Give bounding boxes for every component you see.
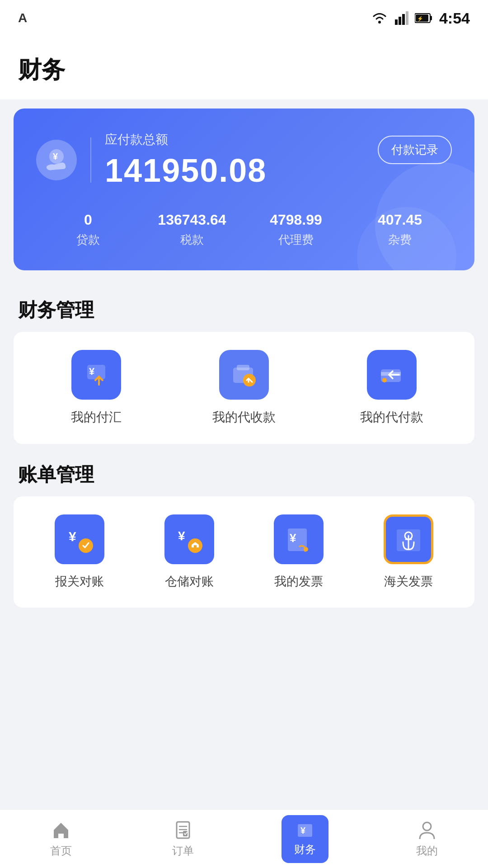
wifi-icon [371, 11, 389, 25]
warehouse-reconciliation-item[interactable]: ¥ 仓储对账 [137, 514, 242, 590]
warehouse-recon-svg: ¥ [174, 525, 204, 554]
my-collection-icon [219, 350, 269, 400]
warehouse-reconciliation-label: 仓储对账 [165, 573, 214, 590]
svg-text:¥: ¥ [300, 826, 306, 835]
home-icon [51, 820, 71, 840]
bottom-nav: 首页 订单 ¥ 财务 我的 [0, 809, 488, 868]
svg-text:¥: ¥ [290, 531, 296, 545]
svg-rect-3 [402, 14, 405, 25]
svg-text:¥: ¥ [53, 151, 58, 161]
my-invoice-label: 我的发票 [274, 573, 323, 590]
customs-recon-svg: ¥ [65, 525, 94, 554]
my-payment-label: 我的代付款 [360, 409, 423, 426]
payment-record-button[interactable]: 付款记录 [378, 136, 452, 164]
battery-icon: ⚡ [415, 13, 433, 24]
money-hand-icon: ¥ [43, 146, 70, 174]
stat-tax: 136743.64 税款 [140, 212, 244, 248]
stat-loans-value: 0 [36, 212, 140, 228]
stat-misc: 407.45 杂费 [348, 212, 452, 248]
stat-loans-label: 贷款 [36, 232, 140, 248]
card-divider [90, 137, 91, 183]
nav-home-label: 首页 [50, 844, 72, 858]
finance-management-panel: ¥ 我的付汇 我的代收款 [14, 332, 474, 444]
status-bar: A ⚡ 4:54 [0, 0, 488, 36]
warehouse-reconciliation-icon: ¥ [164, 514, 214, 564]
finance-card-section: ¥ 应付款总额 141950.08 付款记录 0 贷款 136743.64 税款 [0, 99, 488, 279]
remittance-svg: ¥ [83, 361, 110, 388]
card-stats: 0 贷款 136743.64 税款 4798.99 代理费 407.45 杂费 [36, 212, 452, 248]
finance-icon: ¥ [296, 821, 314, 840]
bill-management-panel: ¥ 报关对账 ¥ 仓储对账 ¥ [14, 496, 474, 608]
svg-rect-37 [183, 831, 188, 836]
nav-order-label: 订单 [172, 844, 194, 858]
nav-my[interactable]: 我的 [366, 810, 488, 868]
my-payment-icon [367, 350, 417, 400]
finance-management-title: 财务管理 [18, 297, 470, 323]
app-icon: A [18, 11, 27, 25]
nav-my-label: 我的 [416, 844, 438, 858]
customs-invoice-svg [395, 526, 422, 553]
my-invoice-icon: ¥ [274, 514, 324, 564]
card-left: ¥ 应付款总额 141950.08 [36, 131, 267, 189]
svg-text:⚡: ⚡ [417, 15, 423, 22]
my-collection-label: 我的代收款 [212, 409, 276, 426]
svg-rect-1 [395, 19, 398, 25]
finance-management-header: 财务管理 [0, 279, 488, 332]
nav-home[interactable]: 首页 [0, 810, 122, 868]
svg-point-19 [382, 378, 387, 382]
my-payment-item[interactable]: 我的代付款 [322, 350, 461, 426]
svg-text:¥: ¥ [69, 529, 76, 544]
invoice-svg: ¥ [284, 525, 314, 554]
svg-point-40 [423, 822, 431, 830]
collection-svg [230, 361, 258, 388]
page-header: 财务 [0, 36, 488, 99]
customs-invoice-item[interactable]: 海关发票 [356, 514, 461, 590]
nav-finance-active-bg: ¥ 财务 [282, 815, 328, 863]
card-top: ¥ 应付款总额 141950.08 付款记录 [36, 131, 452, 189]
card-money-icon-wrap: ¥ [36, 140, 77, 180]
bill-management-header: 账单管理 [0, 444, 488, 496]
svg-rect-25 [194, 545, 197, 548]
stat-misc-label: 杂费 [348, 232, 452, 248]
customs-invoice-icon [384, 514, 433, 564]
nav-finance[interactable]: ¥ 财务 [244, 810, 366, 868]
stat-agency: 4798.99 代理费 [244, 212, 348, 248]
payment-svg [378, 361, 405, 388]
customs-reconciliation-label: 报关对账 [55, 573, 104, 590]
svg-rect-6 [430, 16, 432, 20]
status-time: 4:54 [439, 9, 470, 27]
stat-agency-value: 4798.99 [244, 212, 348, 228]
svg-text:¥: ¥ [89, 366, 95, 377]
my-remittance-label: 我的付汇 [71, 409, 122, 426]
svg-rect-4 [406, 11, 408, 25]
customs-reconciliation-item[interactable]: ¥ 报关对账 [27, 514, 132, 590]
card-amount: 141950.08 [105, 152, 267, 189]
my-invoice-item[interactable]: ¥ 我的发票 [246, 514, 352, 590]
svg-rect-15 [237, 365, 249, 370]
customs-invoice-label: 海关发票 [384, 573, 433, 590]
finance-card: ¥ 应付款总额 141950.08 付款记录 0 贷款 136743.64 税款 [14, 108, 474, 270]
svg-point-0 [378, 21, 381, 24]
my-remittance-item[interactable]: ¥ 我的付汇 [27, 350, 166, 426]
stat-misc-value: 407.45 [348, 212, 452, 228]
card-label: 应付款总额 [105, 131, 267, 148]
card-amount-wrap: 应付款总额 141950.08 [105, 131, 267, 189]
signal-icon [395, 11, 408, 25]
bill-management-title: 账单管理 [18, 462, 470, 487]
svg-rect-2 [399, 17, 401, 25]
my-collection-item[interactable]: 我的代收款 [175, 350, 314, 426]
user-icon [417, 820, 437, 840]
stat-tax-label: 税款 [140, 232, 244, 248]
customs-reconciliation-icon: ¥ [55, 514, 104, 564]
stat-loans: 0 贷款 [36, 212, 140, 248]
nav-order[interactable]: 订单 [122, 810, 244, 868]
order-icon [173, 820, 193, 840]
svg-point-28 [304, 547, 308, 552]
my-remittance-icon: ¥ [71, 350, 121, 400]
page-title: 财务 [18, 54, 470, 86]
status-icons: ⚡ 4:54 [371, 9, 470, 27]
svg-text:¥: ¥ [178, 529, 185, 543]
stat-agency-label: 代理费 [244, 232, 348, 248]
nav-finance-label: 财务 [294, 842, 316, 857]
stat-tax-value: 136743.64 [140, 212, 244, 228]
